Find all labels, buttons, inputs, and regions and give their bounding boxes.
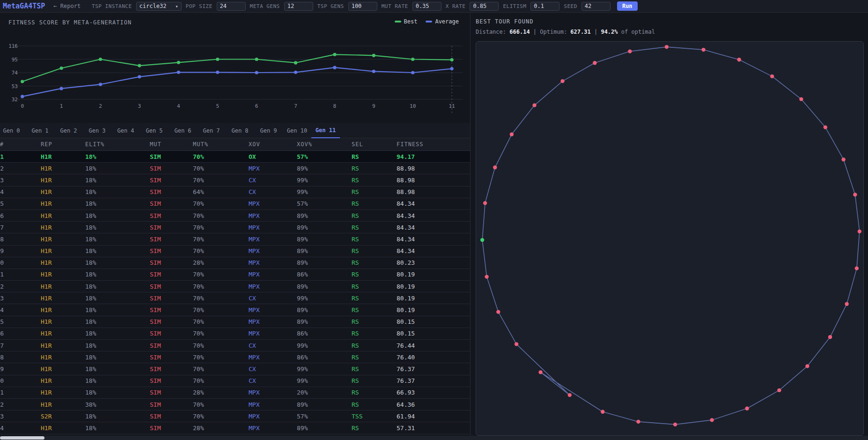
table-row[interactable]: 11H1R18%SIM70%MPX86%RS80.19: [0, 269, 471, 281]
scrollbar-thumb[interactable]: [0, 436, 44, 440]
table-row[interactable]: 9H1R18%SIM70%MPX89%RS84.34: [0, 246, 471, 257]
table-row[interactable]: 8H1R18%SIM70%MPX89%RS84.34: [0, 233, 471, 245]
table-row[interactable]: 17H1R18%SIM70%CX99%RS76.44: [0, 340, 471, 351]
table-row[interactable]: 15H1R18%SIM70%MPX89%RS80.15: [0, 316, 471, 328]
pop-size-label: POP SIZE: [186, 3, 213, 9]
cell-fitness: 61.94: [397, 413, 471, 420]
table-row[interactable]: 5H1R18%SIM70%MPX57%RS84.34: [0, 198, 471, 210]
tab-gen-6[interactable]: Gen 6: [169, 123, 197, 138]
table-row[interactable]: 2H1R18%SIM70%MPX89%RS88.98: [0, 163, 471, 174]
cell-sel: RS: [352, 354, 397, 361]
cell-sel: RS: [352, 177, 397, 184]
tab-gen-3[interactable]: Gen 3: [83, 123, 111, 138]
table-row[interactable]: 6H1R18%SIM70%MPX89%RS84.34: [0, 210, 471, 222]
cell-fitness: 88.98: [397, 165, 471, 172]
cell-sel: RS: [352, 306, 397, 313]
toolbar: MetaGA4TSP ← Report TSP INSTANCEcircle32…: [0, 0, 868, 13]
cell-mut: SIM: [150, 200, 193, 207]
cell-xov: MPX: [249, 401, 297, 408]
table-row[interactable]: 24H1R18%SIM28%MPX89%RS57.31: [0, 422, 471, 434]
distance-value: 666.14: [509, 29, 530, 35]
tab-gen-1[interactable]: Gen 1: [26, 123, 54, 138]
tsp-gens-input[interactable]: [348, 2, 377, 11]
table-row[interactable]: 23S2R18%SIM70%MPX57%TSS61.94: [0, 410, 471, 422]
cell-fitness: 80.15: [397, 318, 471, 325]
table-row[interactable]: 20H1R18%SIM70%CX99%RS76.37: [0, 375, 471, 387]
cell-sel: RS: [352, 342, 397, 349]
tab-gen-9[interactable]: Gen 9: [254, 123, 283, 138]
cell-mut-pct: 28%: [193, 259, 249, 266]
tab-gen-2[interactable]: Gen 2: [54, 123, 83, 138]
cell-mut-pct: 70%: [193, 165, 249, 172]
cell-rep: H1R: [41, 283, 85, 290]
tab-gen-8[interactable]: Gen 8: [226, 123, 254, 138]
table-row[interactable]: 4H1R18%SIM64%CX99%RS88.98: [0, 186, 471, 198]
cell-mut: SIM: [150, 401, 193, 408]
cell-xov: MPX: [249, 330, 297, 337]
table-row[interactable]: 10H1R18%SIM28%MPX89%RS80.23: [0, 257, 471, 269]
table-row[interactable]: 1H1R18%SIM70%OX57%RS94.17: [0, 151, 471, 163]
cell-mut-pct: 70%: [193, 283, 249, 290]
optimum-label: Optimum:: [540, 29, 567, 35]
cell-mut-pct: 64%: [193, 188, 249, 195]
tsp-instance-select[interactable]: circle32▾: [136, 2, 182, 11]
run-button[interactable]: Run: [617, 1, 638, 11]
table-row[interactable]: 12H1R18%SIM70%MPX89%RS80.19: [0, 281, 471, 292]
legend-swatch: [395, 21, 401, 22]
table-row[interactable]: 18H1R18%SIM70%MPX86%RS76.40: [0, 351, 471, 363]
horizontal-scrollbar[interactable]: [0, 436, 868, 440]
tab-gen-7[interactable]: Gen 7: [197, 123, 226, 138]
cell-xov: MPX: [249, 212, 297, 219]
cell-elit-pct: 18%: [85, 283, 150, 290]
cell-sel: RS: [352, 401, 397, 408]
cell-rep: H1R: [41, 236, 85, 243]
cell-mut-pct: 70%: [193, 295, 249, 302]
table-row[interactable]: 19H1R18%SIM70%CX99%RS76.37: [0, 363, 471, 375]
cell-fitness: 84.34: [397, 200, 471, 207]
cell-fitness: 80.19: [397, 306, 471, 313]
elitism-label: ELITISM: [503, 3, 526, 9]
mut-rate-input[interactable]: [412, 2, 441, 11]
meta-gens-input[interactable]: [284, 2, 313, 11]
x-rate-input[interactable]: [470, 2, 499, 11]
table-row[interactable]: 14H1R18%SIM70%MPX89%RS80.19: [0, 304, 471, 316]
cell-mut-pct: 70%: [193, 236, 249, 243]
cell-rank: 9: [0, 247, 41, 254]
cell-rep: H1R: [41, 377, 85, 384]
table-row[interactable]: 16H1R18%SIM70%MPX86%RS80.15: [0, 328, 471, 340]
tab-gen-5[interactable]: Gen 5: [140, 123, 169, 138]
cell-mut: SIM: [150, 330, 193, 337]
tab-gen-10[interactable]: Gen 10: [283, 123, 311, 138]
elitism-input[interactable]: [530, 2, 559, 11]
tour-canvas: [476, 41, 864, 436]
seed-input[interactable]: [581, 2, 611, 11]
cell-elit-pct: 18%: [85, 295, 150, 302]
tab-gen-0[interactable]: Gen 0: [0, 123, 26, 138]
table-row[interactable]: 13H1R18%SIM70%CX99%RS80.19: [0, 292, 471, 304]
cell-mut: SIM: [150, 306, 193, 313]
tab-gen-11[interactable]: Gen 11: [311, 123, 340, 138]
generation-tabs: Gen 0Gen 1Gen 2Gen 3Gen 4Gen 5Gen 6Gen 7…: [0, 123, 471, 138]
cell-mut: SIM: [150, 425, 193, 432]
cell-fitness: 66.93: [397, 389, 471, 396]
cell-sel: RS: [352, 200, 397, 207]
chevron-down-icon: ▾: [176, 4, 178, 9]
separator: |: [533, 29, 537, 35]
cell-rank: 23: [0, 413, 41, 420]
cell-rep: H1R: [41, 165, 85, 172]
optimum-value: 627.31: [570, 29, 590, 35]
distance-label: Distance:: [476, 29, 506, 35]
table-row[interactable]: 22H1R38%SIM70%MPX89%RS64.36: [0, 399, 471, 410]
table-row[interactable]: 21H1R18%SIM28%MPX20%RS66.93: [0, 387, 471, 399]
seed-label: SEED: [564, 3, 577, 9]
report-link[interactable]: ← Report: [53, 3, 81, 9]
svg-text:74: 74: [12, 70, 18, 76]
cell-rank: 17: [0, 342, 41, 349]
tsp-gens-label: TSP GENS: [317, 3, 344, 9]
svg-text:53: 53: [12, 83, 18, 89]
table-row[interactable]: 3H1R18%SIM70%CX99%RS88.98: [0, 174, 471, 186]
chart-title: FITNESS SCORE BY META-GENERATION: [8, 19, 132, 26]
pop-size-input[interactable]: [217, 2, 246, 11]
tab-gen-4[interactable]: Gen 4: [111, 123, 140, 138]
table-row[interactable]: 7H1R18%SIM70%MPX89%RS84.34: [0, 222, 471, 233]
